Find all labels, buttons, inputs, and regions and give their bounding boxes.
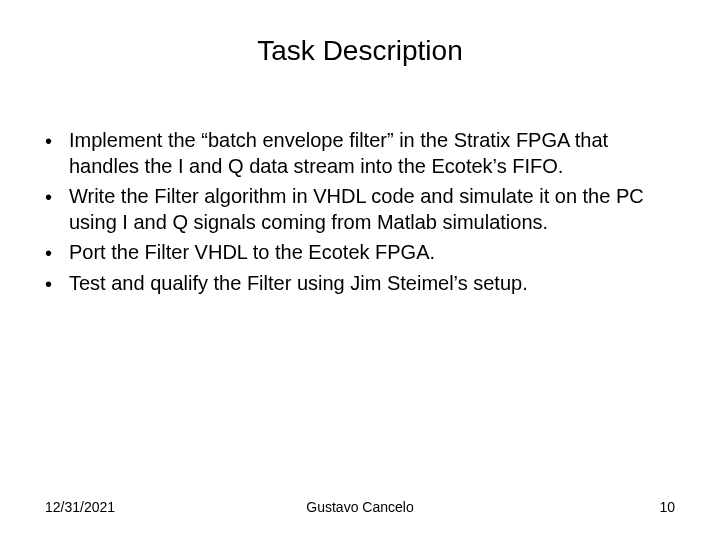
bullet-item: • Test and qualify the Filter using Jim …	[45, 270, 680, 297]
slide-content: • Implement the “batch envelope filter” …	[40, 127, 680, 499]
footer-date: 12/31/2021	[45, 499, 115, 515]
bullet-text: Port the Filter VHDL to the Ecotek FPGA.	[69, 239, 680, 265]
slide-title: Task Description	[40, 35, 680, 67]
bullet-marker-icon: •	[45, 270, 69, 297]
slide: Task Description • Implement the “batch …	[0, 0, 720, 540]
footer-page-number: 10	[659, 499, 675, 515]
bullet-text: Write the Filter algorithm in VHDL code …	[69, 183, 680, 235]
bullet-list: • Implement the “batch envelope filter” …	[40, 127, 680, 297]
bullet-item: • Write the Filter algorithm in VHDL cod…	[45, 183, 680, 235]
bullet-marker-icon: •	[45, 183, 69, 210]
footer-author: Gustavo Cancelo	[306, 499, 413, 515]
bullet-text: Implement the “batch envelope filter” in…	[69, 127, 680, 179]
bullet-item: • Implement the “batch envelope filter” …	[45, 127, 680, 179]
bullet-item: • Port the Filter VHDL to the Ecotek FPG…	[45, 239, 680, 266]
slide-footer: 12/31/2021 Gustavo Cancelo 10	[40, 499, 680, 520]
bullet-text: Test and qualify the Filter using Jim St…	[69, 270, 680, 296]
bullet-marker-icon: •	[45, 127, 69, 154]
bullet-marker-icon: •	[45, 239, 69, 266]
